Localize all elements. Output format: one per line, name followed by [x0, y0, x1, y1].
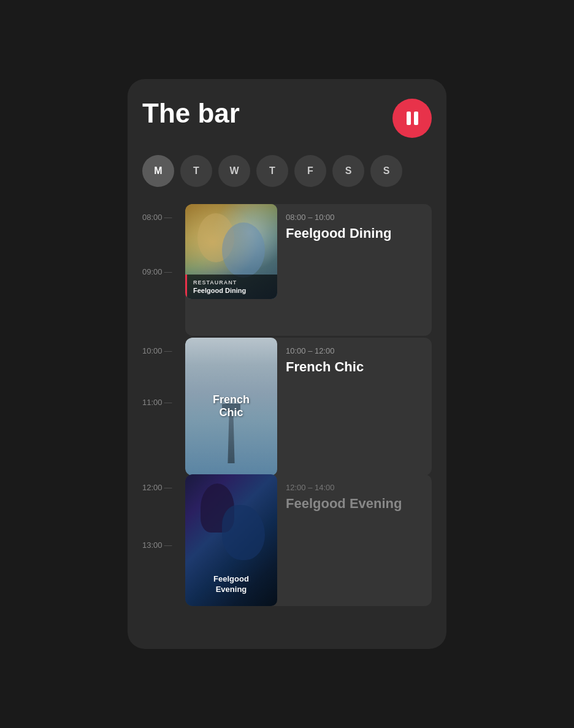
time-1000: 10:00 — [142, 338, 185, 355]
program-name-dining: Feelgood Dining [286, 226, 423, 241]
pause-bar-left [407, 112, 411, 125]
thumbnail-feelgood-dining: RESTAURANT Feelgood Dining [185, 204, 277, 299]
day-monday[interactable]: M [142, 155, 174, 187]
program-name-french: French Chic [286, 359, 423, 375]
page-title: The bar [142, 99, 240, 128]
phone-container: The bar M T W T F S S 08:00 — [128, 79, 446, 649]
thumb-evening-text: FeelgoodEvening [213, 574, 249, 595]
pause-icon [407, 112, 418, 125]
day-sunday[interactable]: S [370, 155, 402, 187]
program-time-french: 10:00 – 12:00 [286, 346, 423, 355]
thumb-french-text: FrenchChic [213, 393, 250, 420]
day-thursday[interactable]: T [256, 155, 288, 187]
schedule: 08:00 — RESTAURANT Feelgood Dining [142, 204, 432, 629]
time-0800: 08:00 — [142, 204, 185, 222]
program-name-evening: Feelgood Evening [286, 496, 423, 512]
program-time-evening: 12:00 – 14:00 [286, 483, 423, 492]
day-tuesday[interactable]: T [180, 155, 212, 187]
day-friday[interactable]: F [294, 155, 326, 187]
day-saturday[interactable]: S [332, 155, 364, 187]
thumbnail-feelgood-evening: FeelgoodEvening [185, 474, 277, 606]
day-selector: M T W T F S S [142, 155, 432, 187]
thumbnail-french-chic: FrenchChic [185, 338, 277, 476]
pause-button[interactable] [392, 99, 432, 138]
thumb-title-dining: Feelgood Dining [193, 287, 271, 294]
pause-bar-right [414, 112, 418, 125]
thumb-category-dining: RESTAURANT [193, 279, 271, 286]
time-1200: 12:00 — [142, 474, 185, 492]
header: The bar [142, 99, 432, 138]
program-time-dining: 08:00 – 10:00 [286, 213, 423, 222]
day-wednesday[interactable]: W [218, 155, 250, 187]
